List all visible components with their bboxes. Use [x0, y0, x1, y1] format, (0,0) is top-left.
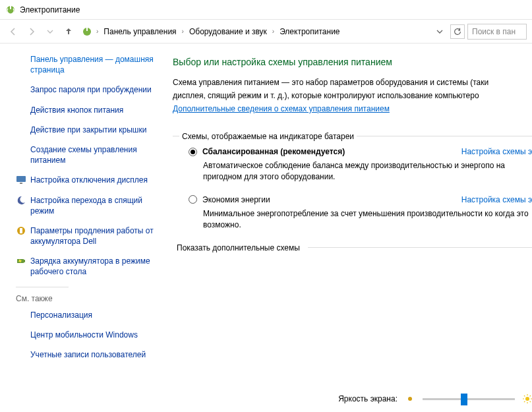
sidebar-link-personalization[interactable]: Персонализация: [16, 310, 158, 320]
sidebar-link-create-plan[interactable]: Создание схемы управления питанием: [16, 144, 158, 165]
brightness-control: Яркость экрана:: [165, 392, 532, 405]
learn-more-link[interactable]: Дополнительные сведения о схемах управле…: [173, 104, 390, 113]
plans-group: Схемы, отображаемые на индикаторе батаре…: [173, 127, 532, 231]
svg-rect-4: [16, 176, 26, 182]
plan-name: Экономия энергии: [202, 195, 270, 204]
svg-line-16: [524, 396, 525, 396]
control-panel-home-link[interactable]: Панель управления — домашняя страница: [16, 54, 158, 75]
plan-power-saver: Экономия энергии Настройка схемы э Миним…: [189, 195, 532, 231]
sidebar-separator: [16, 287, 69, 287]
plan-radio-power-saver[interactable]: [189, 195, 197, 204]
plan-radio-balanced[interactable]: [189, 148, 197, 156]
search-input[interactable]: Поиск в пан: [467, 24, 527, 40]
svg-rect-3: [86, 28, 88, 31]
battery-charge-icon: [16, 256, 26, 266]
svg-rect-5: [20, 183, 22, 184]
sidebar-label: Панель управления — домашняя страница: [30, 54, 158, 75]
sidebar-label: Настройка перехода в спящий режим: [30, 195, 158, 216]
sidebar-label: Персонализация: [30, 310, 92, 320]
breadcrumb-item[interactable]: Электропитание: [278, 26, 341, 38]
svg-point-11: [525, 397, 529, 401]
sidebar-label: Действия кнопок питания: [30, 105, 123, 115]
power-options-icon: [82, 26, 92, 37]
change-plan-settings-link[interactable]: Настройка схемы э: [461, 147, 532, 156]
sidebar-link-power-buttons[interactable]: Действия кнопок питания: [16, 105, 158, 115]
monitor-icon: [16, 175, 26, 185]
show-additional-plans[interactable]: Показать дополнительные схемы: [173, 243, 532, 252]
svg-point-10: [408, 397, 412, 401]
chevron-right-icon: ›: [96, 28, 98, 35]
sidebar-label: Создание схемы управления питанием: [30, 144, 158, 165]
breadcrumb-dropdown[interactable]: [432, 24, 448, 40]
navbar: › Панель управления › Оборудование и зву…: [0, 20, 532, 44]
plan-description: Автоматическое соблюдение баланса между …: [203, 160, 532, 183]
svg-line-19: [530, 396, 531, 396]
back-button[interactable]: [5, 24, 21, 40]
recent-dropdown[interactable]: [42, 24, 58, 40]
sun-bright-icon: [523, 394, 532, 403]
plan-description: Минимальное энергопотребление за счет ум…: [203, 208, 532, 231]
power-options-icon: [5, 5, 16, 15]
breadcrumb[interactable]: › Панель управления › Оборудование и зву…: [82, 26, 341, 38]
svg-line-17: [530, 401, 531, 402]
sidebar-link-mobility-center[interactable]: Центр мобильности Windows: [16, 330, 158, 340]
sidebar-label: Учетные записи пользователей: [30, 349, 146, 360]
chevron-right-icon: ›: [182, 28, 184, 35]
brightness-slider[interactable]: [423, 392, 515, 405]
sidebar-label: Настройка отключения дисплея: [30, 175, 148, 185]
titlebar: Электропитание: [0, 0, 532, 20]
moon-icon: [16, 195, 26, 206]
group-legend: Схемы, отображаемые на индикаторе батаре…: [179, 132, 357, 141]
page-heading: Выбор или настройка схемы управления пит…: [173, 57, 532, 67]
forward-button[interactable]: [24, 24, 40, 40]
sidebar-link-sleep[interactable]: Настройка перехода в спящий режим: [16, 195, 158, 216]
dell-battery-icon: [16, 225, 26, 236]
window-title: Электропитание: [20, 5, 80, 15]
sidebar-label: Зарядка аккумулятора в режиме рабочего с…: [30, 256, 158, 277]
breadcrumb-item[interactable]: Панель управления: [102, 26, 177, 38]
up-button[interactable]: [61, 24, 76, 40]
intro-text-2: дисплея, спящий режим и т. д.), которые …: [173, 90, 532, 102]
slider-thumb[interactable]: [461, 394, 467, 405]
change-plan-settings-link[interactable]: Настройка схемы э: [461, 195, 532, 204]
svg-rect-1: [10, 6, 11, 9]
chevron-right-icon: ›: [272, 28, 274, 35]
svg-rect-7: [20, 228, 22, 233]
svg-line-18: [524, 401, 525, 402]
sidebar-link-desktop-charge[interactable]: Зарядка аккумулятора в режиме рабочего с…: [16, 256, 158, 277]
sidebar-link-dell-battery[interactable]: Параметры продления работы от аккумулято…: [16, 225, 158, 247]
intro-text-1: Схема управления питанием — это набор па…: [173, 76, 532, 88]
sidebar-label: Центр мобильности Windows: [30, 330, 138, 340]
svg-rect-9: [24, 260, 25, 262]
sidebar-link-require-password[interactable]: Запрос пароля при пробуждении: [16, 84, 158, 95]
sidebar-link-lid-close[interactable]: Действие при закрытии крышки: [16, 125, 158, 135]
sidebar-label: Запрос пароля при пробуждении: [30, 84, 152, 95]
sidebar-link-display-off[interactable]: Настройка отключения дисплея: [16, 175, 158, 185]
plan-name: Сбалансированная (рекомендуется): [202, 147, 345, 156]
refresh-button[interactable]: [450, 24, 465, 39]
see-also-header: См. также: [16, 294, 158, 303]
main-pane: Выбор или настройка схемы управления пит…: [165, 44, 532, 412]
divider: [308, 247, 532, 248]
breadcrumb-item[interactable]: Оборудование и звук: [188, 26, 268, 38]
sidebar: Панель управления — домашняя страница За…: [0, 44, 165, 412]
sidebar-label: Действие при закрытии крышки: [30, 125, 146, 135]
search-placeholder: Поиск в пан: [472, 27, 516, 36]
expand-label: Показать дополнительные схемы: [173, 243, 304, 252]
plan-balanced: Сбалансированная (рекомендуется) Настрой…: [189, 147, 532, 183]
slider-track: [423, 398, 515, 400]
sun-dim-icon: [405, 394, 415, 403]
sidebar-link-user-accounts[interactable]: Учетные записи пользователей: [16, 349, 158, 360]
brightness-label: Яркость экрана:: [338, 394, 398, 403]
content-area: Панель управления — домашняя страница За…: [0, 44, 532, 412]
sidebar-label: Параметры продления работы от аккумулято…: [30, 225, 158, 247]
